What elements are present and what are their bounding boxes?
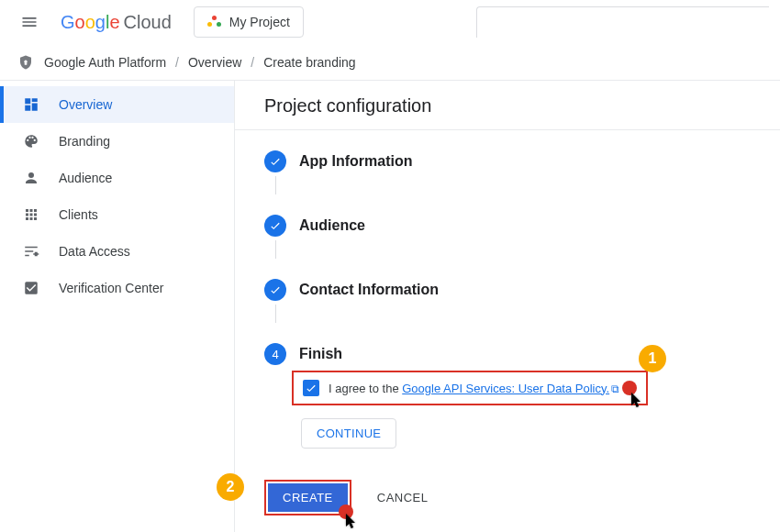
check-box-icon [22,279,40,297]
svg-rect-1 [25,62,28,64]
agree-prefix: I agree to the [329,382,402,395]
sidebar-item-label: Clients [59,207,98,222]
tune-icon [22,242,40,260]
user-data-policy-link[interactable]: Google API Services: User Data Policy. [402,382,609,395]
annotation-dot [622,381,637,395]
step-connector [275,176,276,194]
cancel-button[interactable]: CANCEL [377,491,429,504]
step-title: App Information [299,153,413,170]
breadcrumb-product[interactable]: Google Auth Platform [44,55,166,70]
sidebar-item-overview[interactable]: Overview [0,86,234,123]
sidebar-item-label: Audience [59,171,112,185]
continue-button[interactable]: CONTINUE [301,418,396,449]
callout-2: 2 [217,473,244,501]
agree-text: I agree to the Google API Services: User… [329,382,619,395]
agree-highlight-box: I agree to the Google API Services: User… [292,371,648,405]
project-selector[interactable]: My Project [194,6,304,38]
create-highlight-box: CREATE [264,480,351,515]
step-app-information[interactable]: App Information [264,150,780,194]
check-circle-icon [264,150,286,172]
annotation-dot [339,504,353,519]
step-title: Audience [299,217,365,234]
step-title: Contact Information [299,282,439,298]
search-input[interactable] [476,6,769,38]
step-contact-information[interactable]: Contact Information [264,279,780,323]
breadcrumb-separator: / [251,55,254,70]
shield-icon [17,53,35,72]
breadcrumb-separator: / [175,55,179,70]
external-link-icon: ⧉ [611,382,619,395]
breadcrumb-create-branding[interactable]: Create branding [263,55,355,70]
check-circle-icon [264,279,286,301]
agree-checkbox[interactable] [303,380,319,396]
step-audience[interactable]: Audience [264,215,780,259]
sidebar-item-clients[interactable]: Clients [0,196,234,233]
sidebar-item-label: Verification Center [59,281,163,295]
sidebar-item-audience[interactable]: Audience [0,160,234,196]
step-connector [275,305,276,323]
sidebar-item-label: Branding [59,134,110,149]
create-button[interactable]: CREATE [268,483,348,512]
palette-icon [22,132,40,150]
page-title: Project configuration [264,95,780,129]
sidebar-item-label: Overview [59,97,112,112]
breadcrumb: Google Auth Platform / Overview / Create… [0,44,780,81]
check-circle-icon [264,215,286,237]
project-dots-icon [207,15,222,29]
callout-1: 1 [639,345,666,372]
step-finish: 4 Finish I agree to the Google API Servi… [264,343,780,449]
sidebar-item-label: Data Access [59,244,130,259]
person-icon [22,169,40,187]
menu-icon [20,13,39,31]
project-label: My Project [229,15,290,29]
step-number-icon: 4 [264,343,286,365]
divider [235,129,780,130]
step-connector [275,240,276,259]
step-title: Finish [299,346,342,362]
sidebar-item-branding[interactable]: Branding [0,123,234,160]
hamburger-menu-button[interactable] [11,4,48,40]
sidebar: Overview Branding Audience Clients Data … [0,81,235,532]
breadcrumb-overview[interactable]: Overview [188,55,241,70]
cursor-icon [631,393,644,409]
apps-icon [22,205,40,224]
sidebar-item-verification-center[interactable]: Verification Center [0,270,234,306]
dashboard-icon [22,95,40,114]
sidebar-item-data-access[interactable]: Data Access [0,233,234,270]
logo-cloud-text: Cloud [124,12,172,33]
google-cloud-logo[interactable]: Google Cloud [61,12,172,33]
